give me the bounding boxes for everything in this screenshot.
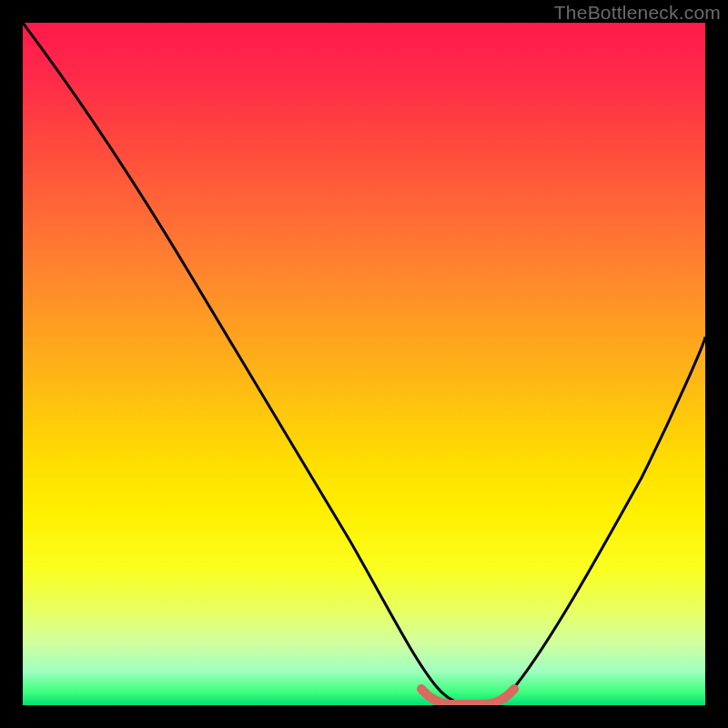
chart-container: TheBottleneck.com [0,0,728,728]
plot-area [23,23,705,705]
watermark-text: TheBottleneck.com [554,2,721,24]
curve-layer [23,23,705,705]
bottom-marker [421,689,514,704]
bottleneck-curve [23,23,705,704]
